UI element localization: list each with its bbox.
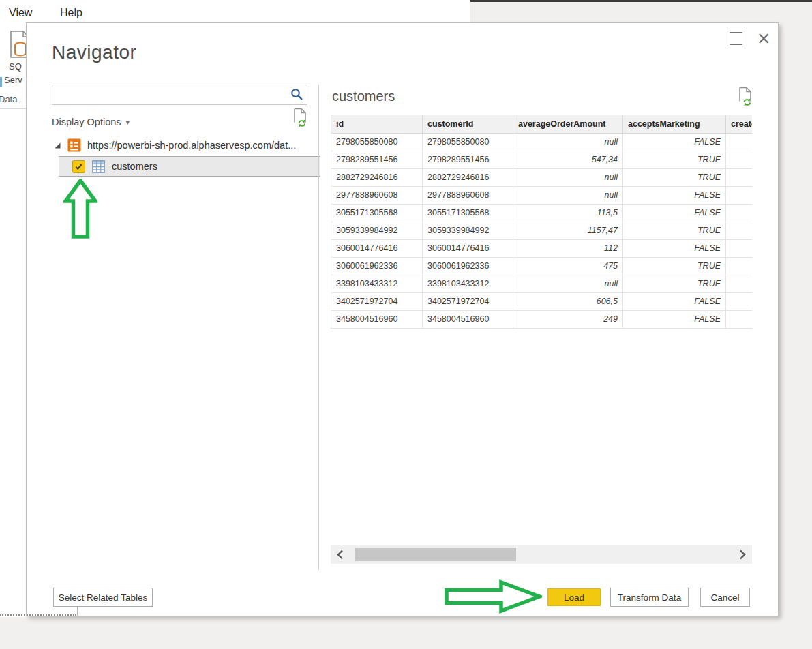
table-icon — [92, 160, 105, 173]
preview-table-header-row: idcustomerIdaverageOrderAmountacceptsMar… — [331, 115, 753, 134]
report-canvas-corner — [77, 607, 78, 616]
column-header-id: id — [331, 115, 423, 134]
preview-table-container: idcustomerIdaverageOrderAmountacceptsMar… — [331, 115, 752, 331]
scrollbar-thumb[interactable] — [355, 548, 516, 561]
display-options-label: Display Options — [52, 117, 121, 127]
sql-server-caption-line2: Serv — [4, 75, 22, 85]
scroll-left-icon[interactable] — [337, 549, 344, 562]
cancel-button[interactable]: Cancel — [700, 588, 750, 607]
table-row: 27980558500802798055850080nullFALSE — [331, 134, 753, 151]
refresh-preview-icon[interactable] — [738, 87, 753, 109]
horizontal-scrollbar[interactable] — [331, 545, 752, 564]
table-row: 29778889606082977888960608nullFALSE — [331, 187, 753, 205]
ribbon-group-label: Data — [0, 94, 17, 104]
search-box — [52, 85, 307, 105]
preview-table-title: customers — [332, 89, 395, 104]
scroll-right-icon[interactable] — [739, 549, 746, 562]
navigator-dialog: Navigator × Display Options ▾ — [26, 22, 779, 616]
column-header-create: create — [726, 115, 753, 134]
table-row: 27982895514562798289551456547,34TRUE — [331, 151, 753, 169]
table-row: 33981034333123398103433312nullTRUE — [331, 275, 753, 293]
search-icon[interactable] — [290, 88, 303, 104]
table-row: 34025719727043402571972704606,5FALSE — [331, 293, 753, 311]
pane-divider — [318, 85, 319, 570]
tree-item-customers[interactable]: customers — [59, 156, 320, 177]
column-header-customerId: customerId — [423, 115, 513, 134]
select-related-tables-button[interactable]: Select Related Tables — [53, 588, 153, 607]
refresh-tree-icon[interactable] — [292, 108, 307, 130]
screen: View Help SQ Serv Data Navigator × — [0, 0, 812, 649]
annotation-arrow-right — [444, 579, 542, 616]
search-input[interactable] — [52, 85, 290, 103]
column-header-acceptsMarketing: acceptsMarketing — [623, 115, 726, 134]
maximize-button[interactable] — [730, 32, 742, 45]
table-row: 28827292468162882729246816nullTRUE — [331, 169, 753, 187]
table-row: 30600147764163060014776416112FALSE — [331, 240, 753, 258]
table-row: 30551713055683055171305568113,5FALSE — [331, 205, 753, 222]
table-row: 30600619623363060061962336475TRUE — [331, 258, 753, 275]
sql-server-caption-line1: SQ — [9, 61, 22, 72]
transform-data-button[interactable]: Transform Data — [610, 588, 689, 607]
annotation-arrow-up — [63, 179, 97, 241]
dialog-title: Navigator — [52, 42, 136, 63]
menu-item-view[interactable]: View — [9, 7, 32, 19]
ribbon-left-sliver — [0, 22, 26, 617]
table-row: 305933998499230593399849921157,47TRUE — [331, 222, 753, 240]
preview-table-body: 27980558500802798055850080nullFALSE27982… — [331, 134, 753, 329]
preview-table: idcustomerIdaverageOrderAmountacceptsMar… — [331, 115, 752, 329]
menu-item-help[interactable]: Help — [60, 7, 82, 19]
web-source-icon — [67, 138, 81, 152]
report-canvas-dashed-border — [0, 614, 76, 616]
window-top-edge — [470, 0, 812, 2]
tree-item-label: customers — [112, 161, 157, 172]
tree-expanded-icon[interactable] — [54, 142, 61, 149]
close-button[interactable]: × — [751, 24, 777, 52]
chevron-down-icon: ▾ — [126, 118, 130, 127]
customers-checkbox[interactable] — [72, 160, 85, 173]
ribbon-selection-mark — [0, 77, 2, 87]
tree-source-url: https://powerbi-sh-prod.alphaservesp.com… — [87, 140, 296, 151]
table-row: 34580045169603458004516960249FALSE — [331, 311, 753, 329]
tree-source-row[interactable]: https://powerbi-sh-prod.alphaservesp.com… — [54, 136, 296, 154]
ribbon-bottom-divider — [0, 108, 26, 109]
load-button[interactable]: Load — [547, 588, 601, 606]
display-options-dropdown[interactable]: Display Options ▾ — [52, 115, 130, 130]
column-header-averageOrderAmount: averageOrderAmount — [513, 115, 623, 134]
